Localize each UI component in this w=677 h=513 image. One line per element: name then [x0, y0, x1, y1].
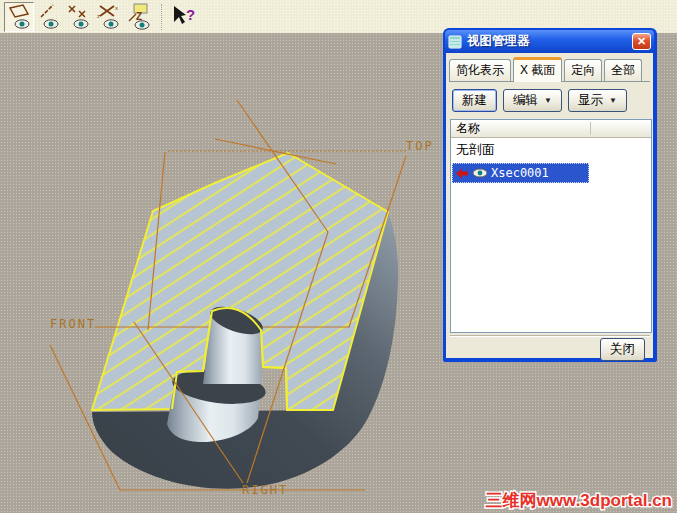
list-item-xsec0001-selected[interactable]: Xsec0001	[452, 163, 589, 183]
section-name-label: Xsec0001	[491, 166, 549, 180]
name-column-label: 名称	[456, 121, 480, 135]
dialog-tabstrip: 简化表示 X 截面 定向 全部	[449, 60, 650, 82]
svg-text:x: x	[115, 5, 118, 11]
list-column-header[interactable]: 名称	[451, 120, 651, 138]
datum-axis-display-toggle[interactable]	[34, 2, 64, 32]
annotation-icon: Z	[125, 3, 153, 31]
datum-plane-icon	[6, 3, 32, 31]
list-item-no-section[interactable]: 无剖面	[451, 138, 651, 162]
tab-simplified-rep[interactable]: 简化表示	[449, 59, 511, 81]
datum-point-display-toggle[interactable]	[64, 2, 94, 32]
datum-label-right: RIGHT	[242, 483, 288, 497]
watermark: 三维网www.3dportal.cn	[486, 491, 672, 510]
column-divider	[590, 122, 591, 135]
chevron-down-icon: ▼	[544, 96, 552, 105]
display-button[interactable]: 显示 ▼	[568, 89, 627, 112]
svg-text:?: ?	[186, 6, 195, 23]
dialog-action-row: 新建 编辑 ▼ 显示 ▼	[452, 89, 627, 112]
active-section-arrow-icon	[455, 168, 469, 179]
tab-all[interactable]: 全部	[604, 59, 642, 81]
view-manager-dialog: 视图管理器 ✕ 简化表示 X 截面 定向 全部 新建 编辑 ▼ 显示 ▼ 名称 …	[443, 28, 657, 362]
display-button-label: 显示	[578, 92, 603, 109]
dialog-separator	[450, 335, 650, 337]
section-list: 名称 无剖面 Xsec0001	[450, 119, 652, 333]
close-button[interactable]: 关闭	[600, 338, 645, 361]
help-cursor-icon: ?	[170, 3, 198, 31]
dialog-title: 视图管理器	[467, 33, 632, 50]
annotation-display-toggle[interactable]: Z	[124, 2, 154, 32]
datum-label-top: TOP	[406, 139, 434, 153]
chevron-down-icon: ▼	[609, 96, 617, 105]
dialog-titlebar[interactable]: 视图管理器 ✕	[445, 30, 654, 53]
csys-icon: z x	[96, 3, 122, 31]
datum-label-front: FRONT	[50, 317, 96, 331]
edit-button-label: 编辑	[513, 92, 538, 109]
csys-display-toggle[interactable]: z x	[94, 2, 124, 32]
new-button[interactable]: 新建	[452, 89, 497, 112]
toolbar-separator	[161, 4, 162, 30]
datum-point-icon	[66, 3, 92, 31]
context-help-button[interactable]: ?	[169, 2, 199, 32]
svg-text:z: z	[97, 13, 100, 19]
window-icon	[448, 35, 462, 49]
datum-plane-display-toggle[interactable]	[4, 2, 34, 32]
visibility-eye-icon	[472, 168, 488, 178]
close-icon[interactable]: ✕	[632, 33, 651, 50]
tab-orient[interactable]: 定向	[564, 59, 602, 81]
edit-button[interactable]: 编辑 ▼	[503, 89, 562, 112]
datum-axis-icon	[36, 3, 62, 31]
tab-xsection[interactable]: X 截面	[513, 57, 562, 82]
